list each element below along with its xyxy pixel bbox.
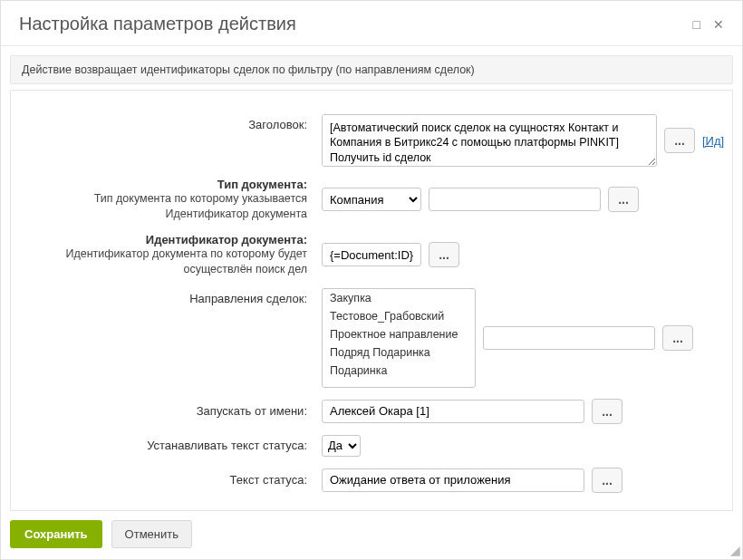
title-picker-button[interactable]: ... <box>664 128 695 153</box>
maximize-icon[interactable]: □ <box>693 18 700 31</box>
list-item[interactable]: Подряд Подаринка <box>323 343 475 362</box>
doc-id-input[interactable] <box>322 243 421 266</box>
form-table: Заголовок: ... [Ид] Тип документа: Тип д… <box>11 109 732 498</box>
dialog-header: Настройка параметров действия □ ✕ <box>1 1 742 46</box>
list-item[interactable]: Проектное направление <box>323 325 475 343</box>
label-title: Заголовок: <box>11 109 314 172</box>
status-text-picker-button[interactable]: ... <box>592 468 622 493</box>
dialog-title: Настройка параметров действия <box>19 14 296 34</box>
directions-picker-button[interactable]: ... <box>662 325 693 351</box>
label-docid: Идентификатор документа: Идентификатор д… <box>11 227 314 283</box>
label-setstatus: Устанавливать текст статуса: <box>11 430 314 462</box>
title-input[interactable] <box>322 114 657 167</box>
directions-listbox[interactable]: Закупка Тестовое_Грабовский Проектное на… <box>322 288 476 388</box>
save-button[interactable]: Сохранить <box>10 520 102 548</box>
form-scroll-area[interactable]: Заголовок: ... [Ид] Тип документа: Тип д… <box>10 90 733 511</box>
status-text-input[interactable] <box>322 468 584 492</box>
list-item[interactable]: Тестовое_Грабовский <box>323 307 475 325</box>
resize-handle-icon[interactable]: ◢ <box>730 543 740 557</box>
list-item[interactable]: Подаринка <box>323 362 475 380</box>
directions-extra-input[interactable] <box>483 326 655 350</box>
list-item[interactable]: Закупка <box>323 289 475 307</box>
run-as-picker-button[interactable]: ... <box>592 399 622 424</box>
window-controls: □ ✕ <box>693 18 724 31</box>
dialog-window: Настройка параметров действия □ ✕ Действ… <box>0 0 743 560</box>
label-runas: Запускать от имени: <box>11 393 314 430</box>
label-doctype: Тип документа: Тип документа по которому… <box>11 172 314 227</box>
doc-id-picker-button[interactable]: ... <box>429 242 459 267</box>
doc-type-picker-button[interactable]: ... <box>608 187 639 212</box>
label-statustext: Текст статуса: <box>11 462 314 498</box>
id-link[interactable]: [Ид] <box>702 134 724 148</box>
dialog-footer: Сохранить Отменить <box>1 511 742 559</box>
close-icon[interactable]: ✕ <box>713 18 724 31</box>
set-status-select[interactable]: Да <box>322 435 361 457</box>
cancel-button[interactable]: Отменить <box>111 520 192 548</box>
doc-type-extra-input[interactable] <box>429 188 601 211</box>
dialog-body: Действие возвращает идентификаторы сдело… <box>1 46 742 511</box>
description-bar: Действие возвращает идентификаторы сдело… <box>10 55 733 84</box>
run-as-input[interactable] <box>322 400 584 423</box>
label-directions: Направления сделок: <box>11 283 314 393</box>
doc-type-select[interactable]: Компания <box>322 188 421 211</box>
